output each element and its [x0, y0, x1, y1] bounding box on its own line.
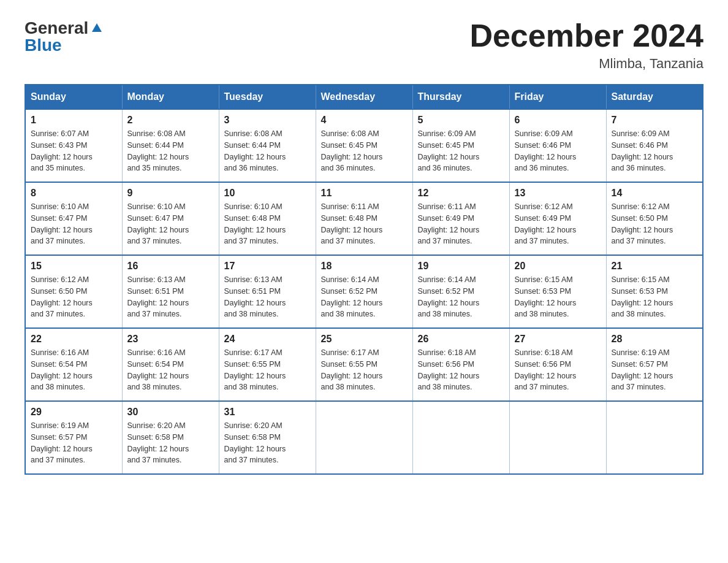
- table-row: 4 Sunrise: 6:08 AM Sunset: 6:45 PM Dayli…: [316, 109, 412, 182]
- day-info: Sunrise: 6:20 AM Sunset: 6:58 PM Dayligh…: [127, 420, 214, 466]
- calendar-week-3: 15 Sunrise: 6:12 AM Sunset: 6:50 PM Dayl…: [25, 255, 703, 328]
- table-row: 30 Sunrise: 6:20 AM Sunset: 6:58 PM Dayl…: [122, 401, 219, 474]
- day-number: 13: [515, 188, 601, 199]
- table-row: 18 Sunrise: 6:14 AM Sunset: 6:52 PM Dayl…: [316, 255, 412, 328]
- day-info: Sunrise: 6:19 AM Sunset: 6:57 PM Dayligh…: [31, 420, 117, 466]
- day-info: Sunrise: 6:08 AM Sunset: 6:45 PM Dayligh…: [321, 128, 408, 174]
- table-row: 12 Sunrise: 6:11 AM Sunset: 6:49 PM Dayl…: [412, 182, 509, 255]
- table-row: 23 Sunrise: 6:16 AM Sunset: 6:54 PM Dayl…: [122, 328, 219, 401]
- day-info: Sunrise: 6:15 AM Sunset: 6:53 PM Dayligh…: [515, 274, 601, 320]
- table-row: 15 Sunrise: 6:12 AM Sunset: 6:50 PM Dayl…: [25, 255, 122, 328]
- table-row: 7 Sunrise: 6:09 AM Sunset: 6:46 PM Dayli…: [606, 109, 703, 182]
- day-number: 10: [224, 188, 311, 199]
- day-info: Sunrise: 6:11 AM Sunset: 6:49 PM Dayligh…: [418, 201, 504, 247]
- calendar-table: SundayMondayTuesdayWednesdayThursdayFrid…: [25, 84, 703, 475]
- day-info: Sunrise: 6:15 AM Sunset: 6:53 PM Dayligh…: [612, 274, 698, 320]
- day-number: 15: [31, 261, 117, 272]
- header-wednesday: Wednesday: [316, 85, 412, 109]
- table-row: 25 Sunrise: 6:17 AM Sunset: 6:55 PM Dayl…: [316, 328, 412, 401]
- table-row: 20 Sunrise: 6:15 AM Sunset: 6:53 PM Dayl…: [509, 255, 606, 328]
- day-info: Sunrise: 6:13 AM Sunset: 6:51 PM Dayligh…: [127, 274, 214, 320]
- day-info: Sunrise: 6:12 AM Sunset: 6:50 PM Dayligh…: [31, 274, 117, 320]
- header-sunday: Sunday: [25, 85, 122, 109]
- day-info: Sunrise: 6:17 AM Sunset: 6:55 PM Dayligh…: [224, 347, 311, 393]
- table-row: 10 Sunrise: 6:10 AM Sunset: 6:48 PM Dayl…: [219, 182, 316, 255]
- table-row: 1 Sunrise: 6:07 AM Sunset: 6:43 PM Dayli…: [25, 109, 122, 182]
- page-header: General Blue December 2024 Mlimba, Tanza…: [25, 18, 703, 72]
- table-row: 28 Sunrise: 6:19 AM Sunset: 6:57 PM Dayl…: [606, 328, 703, 401]
- day-number: 3: [224, 115, 311, 126]
- day-number: 18: [321, 261, 408, 272]
- day-number: 5: [418, 115, 504, 126]
- day-info: Sunrise: 6:14 AM Sunset: 6:52 PM Dayligh…: [321, 274, 408, 320]
- day-number: 6: [515, 115, 601, 126]
- header-thursday: Thursday: [412, 85, 509, 109]
- day-info: Sunrise: 6:16 AM Sunset: 6:54 PM Dayligh…: [31, 347, 117, 393]
- header-friday: Friday: [509, 85, 606, 109]
- day-number: 21: [612, 261, 698, 272]
- day-number: 16: [127, 261, 214, 272]
- table-row: [606, 401, 703, 474]
- day-number: 29: [31, 407, 117, 418]
- day-number: 2: [127, 115, 214, 126]
- title-section: December 2024 Mlimba, Tanzania: [469, 18, 703, 72]
- logo-blue: Blue: [25, 36, 62, 55]
- table-row: 21 Sunrise: 6:15 AM Sunset: 6:53 PM Dayl…: [606, 255, 703, 328]
- table-row: 5 Sunrise: 6:09 AM Sunset: 6:45 PM Dayli…: [412, 109, 509, 182]
- day-info: Sunrise: 6:08 AM Sunset: 6:44 PM Dayligh…: [224, 128, 311, 174]
- logo-combined: General Blue: [25, 18, 102, 55]
- day-number: 26: [418, 334, 504, 345]
- day-info: Sunrise: 6:10 AM Sunset: 6:47 PM Dayligh…: [127, 201, 214, 247]
- table-row: 27 Sunrise: 6:18 AM Sunset: 6:56 PM Dayl…: [509, 328, 606, 401]
- table-row: [316, 401, 412, 474]
- page-title: December 2024: [469, 18, 703, 53]
- day-number: 27: [515, 334, 601, 345]
- table-row: 26 Sunrise: 6:18 AM Sunset: 6:56 PM Dayl…: [412, 328, 509, 401]
- day-info: Sunrise: 6:08 AM Sunset: 6:44 PM Dayligh…: [127, 128, 214, 174]
- svg-marker-0: [92, 23, 102, 32]
- table-row: 17 Sunrise: 6:13 AM Sunset: 6:51 PM Dayl…: [219, 255, 316, 328]
- day-number: 28: [612, 334, 698, 345]
- table-row: 6 Sunrise: 6:09 AM Sunset: 6:46 PM Dayli…: [509, 109, 606, 182]
- day-number: 14: [612, 188, 698, 199]
- day-info: Sunrise: 6:11 AM Sunset: 6:48 PM Dayligh…: [321, 201, 408, 247]
- day-number: 7: [612, 115, 698, 126]
- day-info: Sunrise: 6:09 AM Sunset: 6:45 PM Dayligh…: [418, 128, 504, 174]
- day-number: 12: [418, 188, 504, 199]
- day-info: Sunrise: 6:19 AM Sunset: 6:57 PM Dayligh…: [612, 347, 698, 393]
- day-number: 20: [515, 261, 601, 272]
- day-number: 8: [31, 188, 117, 199]
- day-number: 4: [321, 115, 408, 126]
- table-row: 2 Sunrise: 6:08 AM Sunset: 6:44 PM Dayli…: [122, 109, 219, 182]
- day-number: 25: [321, 334, 408, 345]
- day-info: Sunrise: 6:18 AM Sunset: 6:56 PM Dayligh…: [515, 347, 601, 393]
- day-number: 11: [321, 188, 408, 199]
- header-tuesday: Tuesday: [219, 85, 316, 109]
- table-row: 3 Sunrise: 6:08 AM Sunset: 6:44 PM Dayli…: [219, 109, 316, 182]
- day-info: Sunrise: 6:14 AM Sunset: 6:52 PM Dayligh…: [418, 274, 504, 320]
- calendar-week-2: 8 Sunrise: 6:10 AM Sunset: 6:47 PM Dayli…: [25, 182, 703, 255]
- table-row: [412, 401, 509, 474]
- day-info: Sunrise: 6:16 AM Sunset: 6:54 PM Dayligh…: [127, 347, 214, 393]
- calendar-week-1: 1 Sunrise: 6:07 AM Sunset: 6:43 PM Dayli…: [25, 109, 703, 182]
- day-number: 22: [31, 334, 117, 345]
- calendar-week-5: 29 Sunrise: 6:19 AM Sunset: 6:57 PM Dayl…: [25, 401, 703, 474]
- table-row: 13 Sunrise: 6:12 AM Sunset: 6:49 PM Dayl…: [509, 182, 606, 255]
- day-info: Sunrise: 6:09 AM Sunset: 6:46 PM Dayligh…: [612, 128, 698, 174]
- table-row: 14 Sunrise: 6:12 AM Sunset: 6:50 PM Dayl…: [606, 182, 703, 255]
- day-info: Sunrise: 6:10 AM Sunset: 6:48 PM Dayligh…: [224, 201, 311, 247]
- logo-arrow-icon: [89, 21, 102, 33]
- day-number: 1: [31, 115, 117, 126]
- day-number: 17: [224, 261, 311, 272]
- table-row: 22 Sunrise: 6:16 AM Sunset: 6:54 PM Dayl…: [25, 328, 122, 401]
- table-row: 16 Sunrise: 6:13 AM Sunset: 6:51 PM Dayl…: [122, 255, 219, 328]
- day-number: 30: [127, 407, 214, 418]
- day-number: 9: [127, 188, 214, 199]
- logo: General Blue: [25, 18, 102, 55]
- day-info: Sunrise: 6:12 AM Sunset: 6:50 PM Dayligh…: [612, 201, 698, 247]
- table-row: [509, 401, 606, 474]
- calendar-header-row: SundayMondayTuesdayWednesdayThursdayFrid…: [25, 85, 703, 109]
- table-row: 31 Sunrise: 6:20 AM Sunset: 6:58 PM Dayl…: [219, 401, 316, 474]
- header-monday: Monday: [122, 85, 219, 109]
- day-number: 31: [224, 407, 311, 418]
